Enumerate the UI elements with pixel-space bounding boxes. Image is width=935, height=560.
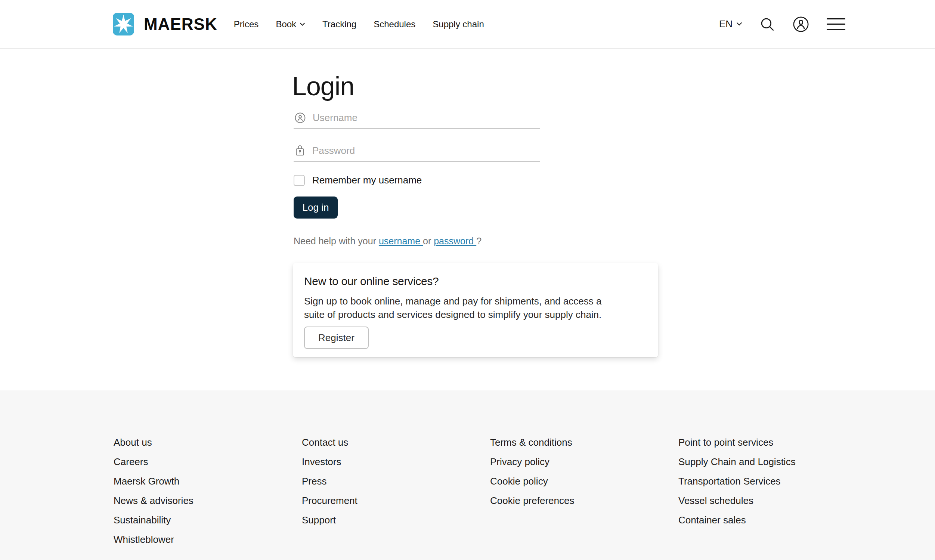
page-title: Login	[292, 72, 935, 101]
site-footer: About usCareersMaersk GrowthNews & advis…	[0, 391, 935, 560]
username-help-link[interactable]: username	[379, 236, 423, 246]
footer-link[interactable]: Maersk Growth	[114, 476, 302, 486]
login-page: Login Remember my username Log in Need h…	[0, 49, 935, 391]
footer-link[interactable]: Press	[302, 476, 490, 486]
login-button[interactable]: Log in	[294, 197, 338, 218]
maersk-logo[interactable]: MAERSK	[113, 13, 217, 35]
footer-column-services: Point to point servicesSupply Chain and …	[678, 437, 867, 560]
site-header: MAERSK Prices Book Tracking Schedules Su…	[0, 0, 935, 49]
remember-checkbox[interactable]	[294, 175, 305, 186]
footer-link[interactable]: Careers	[114, 457, 302, 467]
maersk-star-icon	[113, 13, 134, 35]
password-field[interactable]	[294, 142, 540, 162]
chevron-down-icon	[300, 22, 305, 26]
nav-item-tracking[interactable]: Tracking	[322, 19, 356, 29]
nav-item-book[interactable]: Book	[276, 19, 305, 29]
account-icon	[792, 16, 809, 33]
footer-link[interactable]: Procurement	[302, 496, 490, 506]
remember-label: Remember my username	[312, 174, 422, 186]
language-label: EN	[719, 18, 732, 30]
remember-username-option: Remember my username	[294, 174, 935, 186]
footer-link[interactable]: Container sales	[678, 515, 867, 525]
footer-link[interactable]: Transportation Services	[678, 476, 867, 486]
nav-item-supply-chain[interactable]: Supply chain	[432, 19, 484, 29]
username-field[interactable]	[294, 109, 540, 129]
header-actions: EN	[719, 16, 845, 33]
username-input[interactable]	[313, 112, 540, 124]
footer-link[interactable]: News & advisories	[114, 496, 302, 506]
footer-link[interactable]: Cookie preferences	[490, 496, 678, 506]
footer-link[interactable]: Cookie policy	[490, 476, 678, 486]
nav-item-schedules[interactable]: Schedules	[374, 19, 415, 29]
main-nav: Prices Book Tracking Schedules Supply ch…	[234, 19, 484, 29]
account-button[interactable]	[792, 16, 809, 33]
footer-link[interactable]: Terms & conditions	[490, 437, 678, 448]
footer-link[interactable]: Sustainability	[114, 515, 302, 525]
password-help-link[interactable]: password	[434, 236, 476, 246]
password-input[interactable]	[312, 145, 540, 157]
footer-link[interactable]: Whistleblower	[114, 535, 302, 545]
register-card-body: Sign up to book online, manage and pay f…	[304, 294, 620, 321]
footer-link[interactable]: Privacy policy	[490, 457, 678, 467]
footer-link[interactable]: Supply Chain and Logistics	[678, 457, 867, 467]
footer-column-contact: Contact usInvestorsPressProcurementSuppo…	[302, 437, 490, 560]
register-button[interactable]: Register	[304, 326, 369, 349]
search-icon	[760, 17, 775, 32]
chevron-down-icon	[736, 22, 742, 26]
help-text: Need help with your username or password…	[294, 236, 935, 246]
menu-icon[interactable]	[827, 18, 845, 30]
search-button[interactable]	[760, 17, 775, 32]
footer-column-legal: Terms & conditionsPrivacy policyCookie p…	[490, 437, 678, 560]
register-card: New to our online services? Sign up to b…	[293, 263, 658, 357]
footer-column-company: About usCareersMaersk GrowthNews & advis…	[114, 437, 302, 560]
footer-link[interactable]: Vessel schedules	[678, 496, 867, 506]
footer-link[interactable]: Point to point services	[678, 437, 867, 448]
user-icon	[294, 112, 306, 124]
footer-link[interactable]: Support	[302, 515, 490, 525]
footer-link[interactable]: Contact us	[302, 437, 490, 448]
register-card-title: New to our online services?	[304, 275, 643, 288]
lock-icon	[294, 145, 306, 157]
brand-wordmark: MAERSK	[144, 15, 217, 34]
language-selector[interactable]: EN	[719, 18, 742, 30]
nav-item-prices[interactable]: Prices	[234, 19, 259, 29]
footer-link[interactable]: About us	[114, 437, 302, 448]
footer-link[interactable]: Investors	[302, 457, 490, 467]
